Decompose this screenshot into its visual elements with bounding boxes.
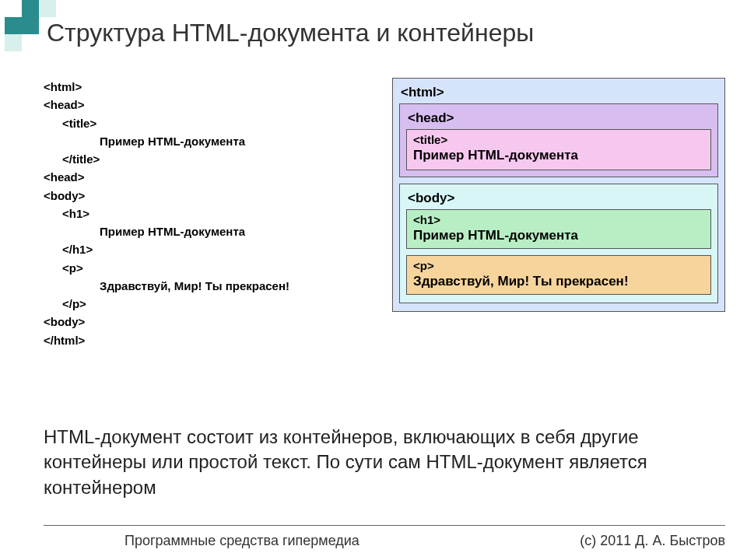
p-box-text: Здравствуй, Мир! Ты прекрасен! xyxy=(413,274,704,289)
code-line: </p> xyxy=(44,295,289,313)
h1-box: <h1> Пример HTML-документа xyxy=(406,209,711,249)
code-line: <head> xyxy=(44,168,289,186)
head-box: <head> <title> Пример HTML-документа xyxy=(399,103,718,177)
code-listing: <html> <head> <title> Пример HTML-докуме… xyxy=(44,78,289,349)
code-line: </title> xyxy=(44,150,289,168)
code-line: <h1> xyxy=(44,205,289,222)
slide-footer: Программные средства гипермедиа (с) 2011… xyxy=(0,533,747,549)
h1-box-label: <h1> xyxy=(413,213,704,226)
title-box-text: Пример HTML-документа xyxy=(413,148,704,163)
code-line: <title> xyxy=(44,114,289,132)
code-line: </html> xyxy=(44,331,289,349)
title-box: <title> Пример HTML-документа xyxy=(406,129,711,170)
footer-divider xyxy=(44,525,725,526)
code-line: <p> xyxy=(44,259,289,277)
code-line: Пример HTML-документа xyxy=(44,132,289,150)
p-box: <p> Здравствуй, Мир! Ты прекрасен! xyxy=(406,255,711,295)
code-line: <body> xyxy=(44,187,289,205)
h1-box-text: Пример HTML-документа xyxy=(413,228,704,243)
code-line: <html> xyxy=(44,78,289,96)
footer-right: (с) 2011 Д. А. Быстров xyxy=(580,533,725,549)
code-line: </h1> xyxy=(44,240,289,258)
slide-title: Структура HTML-документа и контейнеры xyxy=(47,19,534,47)
html-box-label: <html> xyxy=(401,85,718,100)
body-paragraph: HTML-документ состоит из контейнеров, вк… xyxy=(44,425,716,500)
code-line: Пример HTML-документа xyxy=(44,222,289,240)
head-box-label: <head> xyxy=(408,110,711,126)
code-line: <body> xyxy=(44,313,289,331)
body-box-label: <body> xyxy=(408,191,711,206)
body-box: <body> <h1> Пример HTML-документа <p> Зд… xyxy=(399,184,718,303)
footer-left: Программные средства гипермедиа xyxy=(124,533,359,549)
p-box-label: <p> xyxy=(413,259,704,272)
code-line: <head> xyxy=(44,96,289,114)
code-line: Здравствуй, Мир! Ты прекрасен! xyxy=(44,277,289,295)
title-box-label: <title> xyxy=(413,133,704,146)
container-diagram: <html> <head> <title> Пример HTML-докуме… xyxy=(392,78,725,312)
